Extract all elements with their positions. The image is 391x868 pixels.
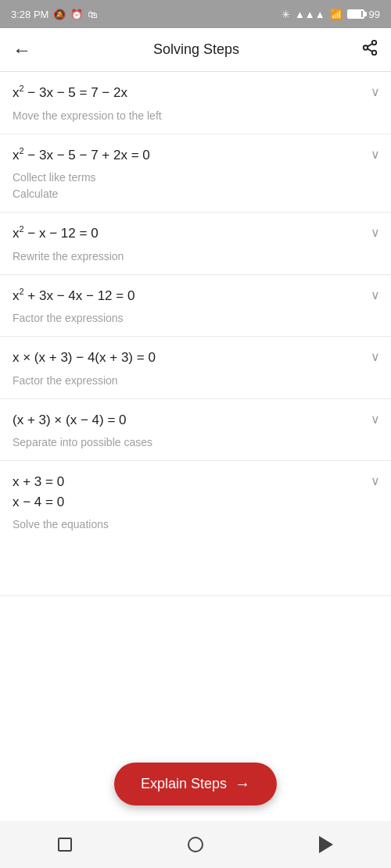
step-equation-3: x2 − x − 12 = 0	[13, 223, 378, 244]
status-bar-right: ✳ ▲▲▲ 📶 99	[282, 9, 380, 20]
chevron-down-icon-2: ∨	[371, 147, 380, 162]
back-nav-button[interactable]	[312, 830, 340, 859]
store-icon: 🛍	[88, 9, 98, 20]
chevron-down-icon-5: ∨	[371, 349, 380, 364]
signal-icon: ▲▲▲	[295, 9, 325, 20]
step-item-2[interactable]: x2 − 3x − 5 − 7 + 2x = 0 Collect like te…	[0, 134, 391, 213]
step-item-6[interactable]: (x + 3) × (x − 4) = 0 Separate into poss…	[0, 399, 391, 462]
step-equation-2: x2 − 3x − 5 − 7 + 2x = 0	[13, 145, 378, 166]
square-icon	[58, 838, 72, 852]
step-item-1[interactable]: x2 − 3x − 5 = 7 − 2x Move the expression…	[0, 72, 391, 134]
svg-line-3	[368, 48, 372, 52]
wifi-icon: 📶	[330, 9, 343, 20]
step-description-6: Separate into possible cases	[13, 434, 378, 451]
explain-steps-button[interactable]: Explain Steps →	[114, 763, 277, 805]
step-item-7[interactable]: x + 3 = 0x − 4 = 0 Solve the equations ∨	[0, 461, 391, 596]
step-item-5[interactable]: x × (x + 3) − 4(x + 3) = 0 Factor the ex…	[0, 337, 391, 399]
step-equation-7: x + 3 = 0x − 4 = 0	[13, 472, 378, 512]
step-description-7: Solve the equations	[13, 516, 378, 533]
explain-steps-label: Explain Steps	[141, 776, 227, 792]
explain-arrow-icon: →	[235, 775, 250, 793]
step-description-5: Factor the expression	[13, 373, 378, 389]
step-description-2: Collect like termsCalculate	[13, 170, 378, 202]
step-equation-1: x2 − 3x − 5 = 7 − 2x	[13, 83, 378, 103]
share-button[interactable]	[361, 39, 378, 61]
step-item-3[interactable]: x2 − x − 12 = 0 Rewrite the expression ∨	[0, 213, 391, 275]
battery-label: 99	[369, 9, 380, 20]
top-nav: ← Solving Steps	[0, 28, 391, 72]
circle-icon	[188, 837, 203, 852]
triangle-icon	[319, 836, 333, 853]
chevron-down-icon-1: ∨	[371, 84, 380, 99]
explain-btn-container: Explain Steps →	[114, 763, 277, 805]
status-bar-left: 3:28 PM 🔕 ⏰ 🛍	[11, 9, 98, 20]
step-item-4[interactable]: x2 + 3x − 4x − 12 = 0 Factor the express…	[0, 275, 391, 338]
battery-icon	[347, 9, 364, 19]
step-equation-4: x2 + 3x − 4x − 12 = 0	[13, 286, 378, 306]
status-bar: 3:28 PM 🔕 ⏰ 🛍 ✳ ▲▲▲ 📶 99	[0, 0, 391, 28]
bottom-nav	[0, 821, 391, 868]
chevron-down-icon-6: ∨	[371, 412, 380, 427]
chevron-down-icon-3: ∨	[371, 225, 380, 240]
chevron-down-icon-7: ∨	[371, 473, 380, 488]
step-description-3: Rewrite the expression	[13, 248, 378, 265]
step-description-4: Factor the expressions	[13, 310, 378, 327]
page-title: Solving Steps	[153, 41, 239, 58]
svg-line-4	[368, 43, 372, 46]
recent-apps-button[interactable]	[51, 830, 79, 859]
chevron-down-icon-4: ∨	[371, 288, 380, 302]
step-description-1: Move the expression to the left	[13, 108, 378, 124]
step-equation-6: (x + 3) × (x − 4) = 0	[13, 410, 378, 430]
clock-icon: ⏰	[70, 9, 83, 20]
steps-container: x2 − 3x − 5 = 7 − 2x Move the expression…	[0, 72, 391, 596]
alarm-icon: 🔕	[53, 9, 66, 20]
time-display: 3:28 PM	[11, 9, 48, 20]
home-button[interactable]	[181, 830, 210, 859]
back-button[interactable]: ←	[13, 39, 31, 61]
step-equation-5: x × (x + 3) − 4(x + 3) = 0	[13, 348, 378, 368]
bluetooth-icon: ✳	[282, 9, 290, 20]
